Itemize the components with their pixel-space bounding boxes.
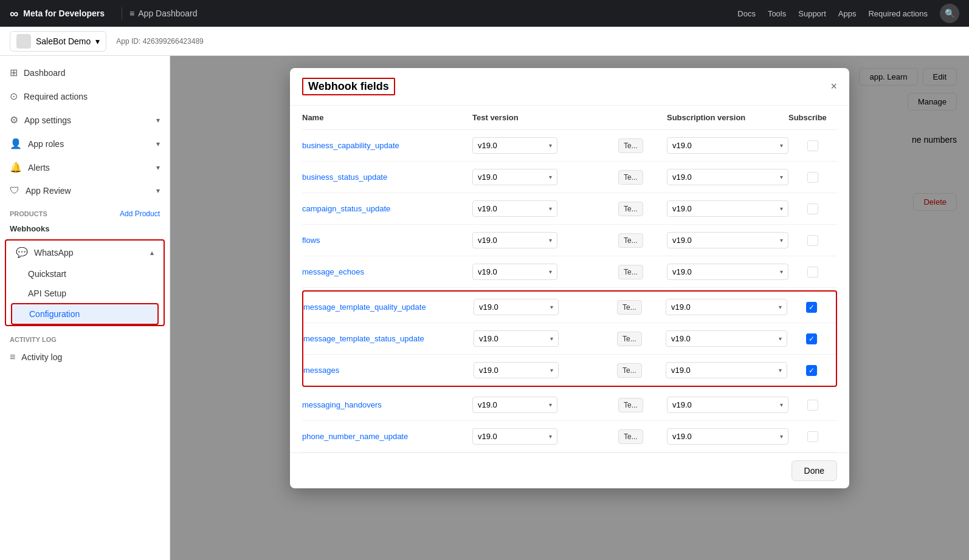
settings-icon: ⚙ <box>10 114 18 126</box>
done-button[interactable]: Done <box>791 460 837 481</box>
nav-required-actions-link[interactable]: Required actions <box>868 9 928 18</box>
sidebar-item-whatsapp[interactable]: 💬 WhatsApp ▴ <box>6 241 164 264</box>
sub-version-select-0[interactable]: v19.0 ▾ <box>667 137 788 154</box>
sub-version-select-8[interactable]: v19.0 ▾ <box>667 397 788 413</box>
sidebar-sub-item-configuration[interactable]: Configuration <box>11 303 159 325</box>
sub-version-select-6[interactable]: v19.0 ▾ <box>666 330 787 347</box>
test-version-area: v19.0 ▾ <box>472 169 618 185</box>
test-button-0[interactable]: Te... <box>618 138 643 153</box>
subscribe-checkbox-6[interactable]: ✓ <box>806 333 817 344</box>
test-version-select-2[interactable]: v19.0 ▾ <box>472 200 557 217</box>
test-button-1[interactable]: Te... <box>618 170 643 185</box>
test-button-7[interactable]: Te... <box>617 363 642 378</box>
app-selector[interactable]: SaleBot Demo ▾ <box>10 31 106 52</box>
test-version-area: v19.0 ▾ <box>472 264 618 280</box>
field-name-business-status-update[interactable]: business_status_update <box>302 172 472 182</box>
brand-name: Meta for Developers <box>23 9 105 18</box>
subscribe-checkbox-2[interactable] <box>807 203 818 214</box>
search-button[interactable]: 🔍 <box>940 4 959 23</box>
add-product-button[interactable]: Add Product <box>120 210 160 218</box>
field-name-messages[interactable]: messages <box>303 366 474 375</box>
sidebar-sub-item-api-setup[interactable]: API Setup <box>6 284 164 303</box>
sub-version-select-2[interactable]: v19.0 ▾ <box>667 200 788 217</box>
subscribe-checkbox-8[interactable] <box>807 400 818 411</box>
subscribe-checkbox-5[interactable]: ✓ <box>806 302 817 313</box>
test-version-select-4[interactable]: v19.0 ▾ <box>472 264 557 280</box>
subscribe-checkbox-1[interactable] <box>807 172 818 183</box>
required-actions-icon: ⊙ <box>10 90 18 102</box>
subscribe-checkbox-4[interactable] <box>807 267 818 278</box>
sidebar-item-required-actions[interactable]: ⊙ Required actions <box>0 84 170 108</box>
field-name-flows[interactable]: flows <box>302 236 472 245</box>
field-name-campaign-status-update[interactable]: campaign_status_update <box>302 204 472 213</box>
test-version-area: v19.0 ▾ <box>472 232 618 248</box>
sidebar-item-activity-log[interactable]: ≡ Activity log <box>0 346 170 369</box>
sub-version-select-7[interactable]: v19.0 ▾ <box>666 362 787 378</box>
test-button-2[interactable]: Te... <box>618 202 643 216</box>
sidebar-item-label: Required actions <box>24 92 88 101</box>
roles-icon: 👤 <box>10 138 22 149</box>
sub-version-select-5[interactable]: v19.0 ▾ <box>666 299 787 315</box>
main-layout: ⊞ Dashboard ⊙ Required actions ⚙ App set… <box>0 56 969 560</box>
sub-version-select-9[interactable]: v19.0 ▾ <box>667 428 788 445</box>
test-button-4[interactable]: Te... <box>618 265 643 279</box>
nav-docs-link[interactable]: Docs <box>737 9 756 18</box>
subscribe-checkbox-7[interactable]: ✓ <box>806 365 817 376</box>
chevron-down-icon: ▾ <box>156 116 160 125</box>
test-version-select-7[interactable]: v19.0 ▾ <box>474 362 559 378</box>
subscribe-checkbox-0[interactable] <box>807 140 818 151</box>
app-name: SaleBot Demo <box>36 36 91 46</box>
chevron-down-icon: ▾ <box>95 36 100 46</box>
test-version-select-6[interactable]: v19.0 ▾ <box>474 330 559 347</box>
sub-version-select-1[interactable]: v19.0 ▾ <box>667 169 788 185</box>
test-version-area: v19.0 ▾ <box>474 362 617 378</box>
test-button-6[interactable]: Te... <box>617 332 642 346</box>
nav-tools-link[interactable]: Tools <box>768 9 786 18</box>
col-test-btn <box>618 113 667 122</box>
col-subscribe: Subscribe <box>788 113 837 122</box>
activity-log-icon: ≡ <box>10 352 15 363</box>
sub-version-select-3[interactable]: v19.0 ▾ <box>667 232 788 248</box>
table-row: business_capability_update v19.0 ▾ Te...… <box>302 130 837 162</box>
field-name-message-template-status-update[interactable]: message_template_status_update <box>303 334 474 343</box>
brand-logo: ∞ Meta for Developers <box>10 7 105 21</box>
chevron-down-icon: ▾ <box>779 367 782 374</box>
field-name-message-template-quality-update[interactable]: message_template_quality_update <box>303 302 474 312</box>
table-header: Name Test version Subscription version S… <box>302 106 837 130</box>
field-name-business-capability-update[interactable]: business_capability_update <box>302 141 472 150</box>
test-version-select-1[interactable]: v19.0 ▾ <box>472 169 557 185</box>
col-name: Name <box>302 113 472 122</box>
nav-divider <box>122 7 122 19</box>
test-version-area: v19.0 ▾ <box>472 428 618 445</box>
chevron-down-icon: ▾ <box>549 237 552 244</box>
sidebar-item-dashboard[interactable]: ⊞ Dashboard <box>0 61 170 84</box>
modal-close-button[interactable]: × <box>830 80 837 93</box>
app-id: App ID: 426399266423489 <box>116 37 203 46</box>
sidebar-item-label: App settings <box>24 115 71 125</box>
subscribe-checkbox-3[interactable] <box>807 235 818 246</box>
sidebar-item-alerts[interactable]: 🔔 Alerts ▾ <box>0 155 170 179</box>
sidebar-sub-item-quickstart[interactable]: Quickstart <box>6 264 164 284</box>
test-button-5[interactable]: Te... <box>617 300 642 315</box>
test-version-select-8[interactable]: v19.0 ▾ <box>472 397 557 413</box>
field-name-message-echoes[interactable]: message_echoes <box>302 267 472 276</box>
test-button-9[interactable]: Te... <box>618 429 643 444</box>
test-button-3[interactable]: Te... <box>618 233 643 248</box>
test-version-select-9[interactable]: v19.0 ▾ <box>472 428 557 445</box>
test-button-8[interactable]: Te... <box>618 398 643 412</box>
test-version-select-5[interactable]: v19.0 ▾ <box>474 299 559 315</box>
test-version-select-0[interactable]: v19.0 ▾ <box>472 137 557 154</box>
nav-apps-link[interactable]: Apps <box>838 9 857 18</box>
test-version-select-3[interactable]: v19.0 ▾ <box>472 232 557 248</box>
hamburger-icon[interactable]: ≡ <box>129 9 134 18</box>
app-bar: SaleBot Demo ▾ App ID: 426399266423489 <box>0 27 969 56</box>
sidebar-item-app-review[interactable]: 🛡 App Review ▾ <box>0 179 170 202</box>
sidebar-item-app-roles[interactable]: 👤 App roles ▾ <box>0 132 170 155</box>
nav-support-link[interactable]: Support <box>798 9 826 18</box>
sub-version-select-4[interactable]: v19.0 ▾ <box>667 264 788 280</box>
subscribe-checkbox-9[interactable] <box>807 431 818 442</box>
field-name-messaging-handovers[interactable]: messaging_handovers <box>302 400 472 409</box>
sidebar-item-app-settings[interactable]: ⚙ App settings ▾ <box>0 108 170 132</box>
field-name-phone-number-name-update[interactable]: phone_number_name_update <box>302 432 472 441</box>
sidebar: ⊞ Dashboard ⊙ Required actions ⚙ App set… <box>0 56 170 560</box>
